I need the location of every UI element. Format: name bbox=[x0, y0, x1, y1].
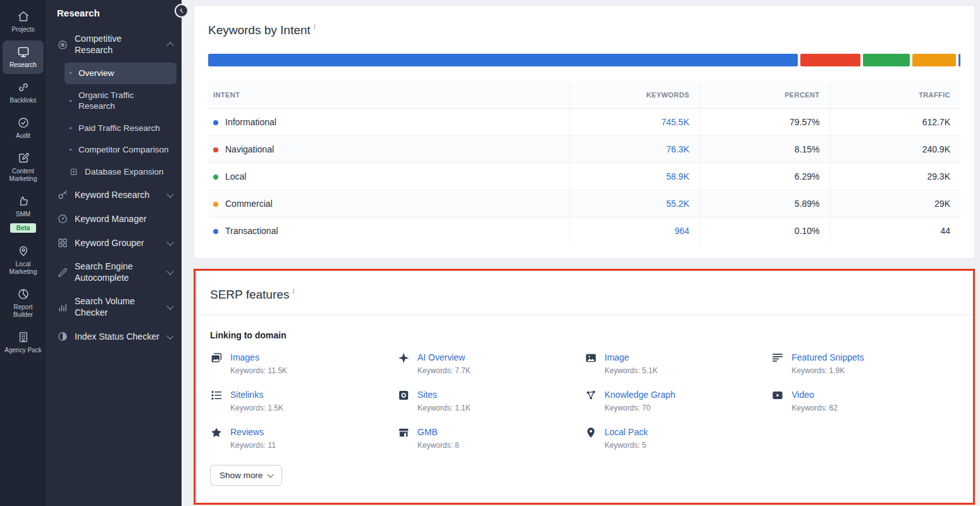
keywords-cell: 76.3K bbox=[569, 136, 700, 163]
sidebar-item-keyword-grouper[interactable]: Keyword Grouper bbox=[47, 231, 182, 255]
table-row: Navigational 76.3K 8.15% 240.9K bbox=[208, 136, 960, 163]
pencil-icon bbox=[57, 267, 68, 278]
backlinks-icon bbox=[17, 81, 30, 94]
keywords-link[interactable]: 58.9K bbox=[666, 171, 690, 182]
serp-feature-reviews: Reviews Keywords: 11 bbox=[210, 426, 397, 450]
traffic-cell: 240.9K bbox=[830, 136, 960, 163]
sidebar-item-database-expansion[interactable]: Database Expansion bbox=[65, 161, 177, 183]
chevron-down-icon bbox=[166, 268, 173, 275]
app: Projects Research Backlinks Audit Conten… bbox=[0, 0, 980, 506]
keywords-link[interactable]: 745.5K bbox=[661, 117, 689, 127]
chevron-down-icon bbox=[166, 332, 173, 339]
bar-segment-commercial[interactable] bbox=[912, 54, 956, 66]
serp-feature-knowledge-graph: Knowledge Graph Keywords: 70 bbox=[585, 389, 772, 412]
sidebar-item-overview[interactable]: Overview bbox=[65, 63, 177, 84]
serp-feature-video: Video Keywords: 62 bbox=[771, 389, 958, 412]
sidebar-item-search-engine-autocomplete[interactable]: Search Engine Autocomplete bbox=[47, 255, 182, 290]
serp-feature-link[interactable]: Image bbox=[605, 352, 630, 362]
intent-table: INTENT KEYWORDS PERCENT TRAFFIC Informat… bbox=[208, 82, 960, 244]
column-header-percent[interactable]: PERCENT bbox=[700, 82, 830, 109]
bar-segment-local[interactable] bbox=[863, 54, 910, 66]
sidebar-item-label: Paid Traffic Research bbox=[78, 123, 160, 134]
serp-feature-link[interactable]: Sites bbox=[418, 390, 437, 400]
rail-item-projects[interactable]: Projects bbox=[3, 5, 44, 39]
sidebar-item-label: Keyword Grouper bbox=[75, 238, 161, 249]
info-icon[interactable]: i bbox=[292, 287, 294, 296]
sites-icon bbox=[397, 389, 410, 402]
keywords-link[interactable]: 76.3K bbox=[666, 144, 690, 154]
traffic-cell: 29K bbox=[830, 190, 960, 218]
intent-dot-icon bbox=[213, 147, 218, 152]
serp-body: Linking to domain Images Keywords: 11.5K bbox=[196, 315, 972, 502]
intent-label-cell: Transactional bbox=[208, 218, 569, 245]
sidebar-item-index-status-checker[interactable]: Index Status Checker bbox=[47, 324, 182, 349]
serp-feature-count: Keywords: 5 bbox=[605, 441, 648, 450]
bar-chart-icon bbox=[57, 302, 68, 313]
sidebar-collapse-button[interactable] bbox=[175, 4, 189, 18]
sitelinks-icon bbox=[210, 389, 223, 402]
beta-badge: Beta bbox=[10, 223, 37, 233]
featured-snippets-icon bbox=[771, 352, 784, 364]
serp-feature-link[interactable]: GMB bbox=[418, 427, 438, 437]
sidebar-title: Research bbox=[57, 8, 100, 18]
table-header-row: INTENT KEYWORDS PERCENT TRAFFIC bbox=[208, 82, 960, 109]
knowledge-graph-icon bbox=[585, 389, 597, 402]
reviews-icon bbox=[210, 426, 223, 439]
keywords-cell: 58.9K bbox=[569, 163, 700, 190]
sidebar-item-competitor-comparison[interactable]: Competitor Comparison bbox=[65, 139, 177, 161]
sidebar-item-keyword-manager[interactable]: Keyword Manager bbox=[47, 207, 182, 231]
serp-feature-link[interactable]: Images bbox=[230, 352, 259, 362]
sidebar-item-search-volume-checker[interactable]: Search Volume Checker bbox=[47, 290, 182, 324]
intent-label-cell: Informational bbox=[208, 109, 569, 136]
table-row: Informational 745.5K 79.57% 612.7K bbox=[208, 109, 960, 136]
rail-item-agency-pack[interactable]: Agency Pack bbox=[3, 326, 44, 359]
serp-feature-link[interactable]: Reviews bbox=[230, 427, 264, 437]
bullet-icon bbox=[70, 127, 71, 129]
column-header-intent[interactable]: INTENT bbox=[208, 82, 569, 109]
intent-label-cell: Commercial bbox=[208, 190, 569, 218]
intent-distribution-bar bbox=[208, 54, 960, 66]
sidebar-item-keyword-research[interactable]: Keyword Research bbox=[47, 183, 182, 207]
show-more-button[interactable]: Show more bbox=[210, 465, 282, 486]
column-header-keywords[interactable]: KEYWORDS bbox=[569, 82, 700, 109]
table-row: Local 58.9K 6.29% 29.3K bbox=[208, 163, 960, 190]
serp-feature-link[interactable]: Local Pack bbox=[605, 427, 648, 437]
serp-feature-count: Keywords: 1.5K bbox=[230, 404, 283, 412]
keywords-link[interactable]: 964 bbox=[674, 226, 689, 236]
info-icon[interactable]: i bbox=[314, 22, 316, 32]
local-marketing-icon bbox=[17, 245, 30, 257]
serp-feature-link[interactable]: Featured Snippets bbox=[791, 352, 864, 362]
rail-item-research[interactable]: Research bbox=[3, 40, 44, 74]
sidebar: Research Competitive Research Overview O… bbox=[47, 0, 182, 506]
sidebar-item-label: Index Status Checker bbox=[75, 331, 161, 343]
serp-feature-sites: Sites Keywords: 1.1K bbox=[397, 389, 585, 412]
serp-feature-count: Keywords: 8 bbox=[418, 441, 459, 450]
serp-feature-link[interactable]: Knowledge Graph bbox=[605, 390, 676, 400]
gmb-icon bbox=[397, 426, 410, 439]
intent-dot-icon bbox=[213, 120, 218, 125]
serp-feature-count: Keywords: 1.1K bbox=[418, 404, 471, 412]
serp-feature-link[interactable]: Video bbox=[791, 390, 814, 400]
column-header-traffic[interactable]: TRAFFIC bbox=[830, 82, 960, 109]
traffic-cell: 29.3K bbox=[830, 163, 960, 190]
rail-item-backlinks[interactable]: Backlinks bbox=[3, 76, 44, 109]
sidebar-item-paid-traffic-research[interactable]: Paid Traffic Research bbox=[65, 118, 177, 139]
bullet-icon bbox=[70, 100, 71, 102]
rail-item-audit[interactable]: Audit bbox=[3, 111, 44, 145]
bar-segment-transactional[interactable] bbox=[958, 54, 960, 66]
sidebar-item-label: Competitor Comparison bbox=[78, 144, 169, 156]
rail-item-smm[interactable]: SMM Beta bbox=[3, 190, 44, 238]
grouper-icon bbox=[57, 237, 68, 249]
serp-feature-link[interactable]: Sitelinks bbox=[230, 390, 263, 400]
serp-feature-link[interactable]: AI Overview bbox=[418, 352, 465, 362]
rail-item-report-builder[interactable]: Report Builder bbox=[3, 283, 44, 324]
rail-item-content-marketing[interactable]: Content Marketing bbox=[3, 147, 44, 188]
bar-segment-navigational[interactable] bbox=[800, 54, 860, 66]
rail-item-local-marketing[interactable]: Local Marketing bbox=[3, 240, 44, 281]
keywords-cell: 55.2K bbox=[569, 190, 700, 218]
sidebar-item-organic-traffic-research[interactable]: Organic Traffic Research bbox=[65, 85, 177, 117]
bar-segment-informational[interactable] bbox=[208, 54, 798, 66]
sidebar-item-competitive-research[interactable]: Competitive Research bbox=[47, 27, 182, 62]
keywords-link[interactable]: 55.2K bbox=[666, 199, 690, 209]
serp-feature-count: Keywords: 1.9K bbox=[791, 366, 864, 375]
